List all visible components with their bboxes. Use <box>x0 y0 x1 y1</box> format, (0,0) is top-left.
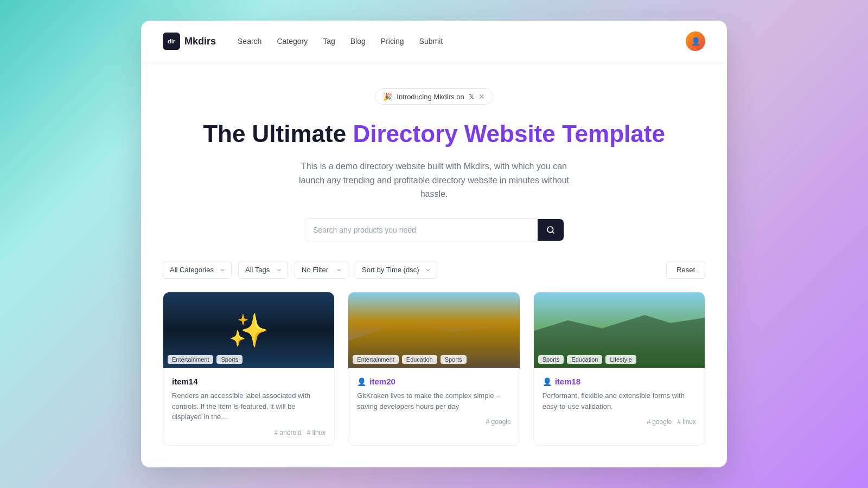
card-item18[interactable]: Sports Education Lifestyle 👤 item18 Perf… <box>533 292 705 446</box>
card-body-item14: item14 Renders an accessible label assoc… <box>163 368 334 445</box>
hero-subtitle: This is a demo directory website built w… <box>293 159 575 201</box>
card-hashtags-item18: google linux <box>542 418 696 426</box>
sort-select[interactable]: Sort by Time (dsc) Sort by Time (asc) So… <box>355 261 437 279</box>
main-container: dir Mkdirs Search Category Tag Blog Pric… <box>141 21 727 467</box>
card-tags-item14: Entertainment Sports <box>168 355 242 364</box>
tags-select[interactable]: All Tags android linux google <box>238 261 288 279</box>
hashtag-linux: linux <box>307 429 326 436</box>
nav-links: Search Category Tag Blog Pricing Submit <box>238 37 686 46</box>
card-tags-item18: Sports Education Lifestyle <box>538 355 636 364</box>
badge-text: Introducing Mkdirs on <box>397 93 464 101</box>
card-title-item18: 👤 item18 <box>542 377 696 386</box>
card-desc-item20: GitKraken lives to make the complex simp… <box>357 390 510 412</box>
filter-select[interactable]: No Filter Featured New <box>295 261 348 279</box>
card-item14[interactable]: Entertainment Sports item14 Renders an a… <box>163 292 335 446</box>
logo-icon: dir <box>163 33 180 50</box>
card-body-item20: 👤 item20 GitKraken lives to make the com… <box>348 368 519 434</box>
hashtag-google-1: google <box>486 418 511 426</box>
tag-sports-2: Sports <box>441 355 467 364</box>
filters-bar: All Categories Entertainment Sports Educ… <box>141 261 727 292</box>
card-item20[interactable]: Entertainment Education Sports 👤 item20 … <box>348 292 520 446</box>
card-desc-item14: Renders an accessible label associated w… <box>172 390 326 422</box>
tag-education-2: Education <box>567 355 602 364</box>
tag-lifestyle: Lifestyle <box>605 355 636 364</box>
sparkle-icon: 🎉 <box>383 92 392 101</box>
avatar[interactable]: 👤 <box>686 31 705 51</box>
tag-sports-3: Sports <box>538 355 564 364</box>
tag-entertainment: Entertainment <box>168 355 213 364</box>
hero-title-part2: Directory Website Template <box>353 120 665 147</box>
card-hashtags-item14: android linux <box>172 429 326 436</box>
nav-search[interactable]: Search <box>238 37 261 46</box>
announce-badge[interactable]: 🎉 Introducing Mkdirs on 𝕏 ✕ <box>375 88 493 105</box>
logo-text: Mkdirs <box>184 36 216 47</box>
card-desc-item18: Performant, flexible and extensible form… <box>542 390 696 412</box>
user-icon-item20: 👤 <box>357 377 366 386</box>
hero-title: The Ultimate Directory Website Template <box>163 120 705 149</box>
nav-tag[interactable]: Tag <box>323 37 335 46</box>
user-icon-item18: 👤 <box>542 377 552 386</box>
nav-blog[interactable]: Blog <box>350 37 366 46</box>
card-image-item18: Sports Education Lifestyle <box>534 292 705 368</box>
search-input[interactable] <box>304 219 538 241</box>
hashtag-linux-2: linux <box>677 418 696 426</box>
card-tags-item20: Entertainment Education Sports <box>353 355 466 364</box>
card-title-text-item18: item18 <box>555 377 581 386</box>
cards-grid: Entertainment Sports item14 Renders an a… <box>141 292 727 467</box>
card-title-text-item20: item20 <box>369 377 395 386</box>
nav-submit[interactable]: Submit <box>419 37 443 46</box>
hashtag-google-2: google <box>647 418 672 426</box>
card-image-item14: Entertainment Sports <box>163 292 334 368</box>
nav-category[interactable]: Category <box>277 37 308 46</box>
badge-platform: 𝕏 <box>469 93 474 101</box>
card-title-text-item14: item14 <box>172 377 198 386</box>
card-title-item14: item14 <box>172 377 326 386</box>
close-badge-button[interactable]: ✕ <box>478 92 485 101</box>
card-image-item20: Entertainment Education Sports <box>348 292 519 368</box>
hero-section: 🎉 Introducing Mkdirs on 𝕏 ✕ The Ultimate… <box>141 62 727 261</box>
hero-title-part1: The Ultimate <box>203 120 353 147</box>
logo[interactable]: dir Mkdirs <box>163 33 216 50</box>
tag-sports: Sports <box>216 355 242 364</box>
avatar-initials: 👤 <box>691 37 700 46</box>
tag-education: Education <box>402 355 437 364</box>
card-hashtags-item20: google <box>357 418 510 426</box>
search-button[interactable] <box>538 219 564 241</box>
card-title-item20: 👤 item20 <box>357 377 510 386</box>
categories-select[interactable]: All Categories Entertainment Sports Educ… <box>163 261 232 279</box>
navbar: dir Mkdirs Search Category Tag Blog Pric… <box>141 21 727 62</box>
tag-entertainment-2: Entertainment <box>353 355 398 364</box>
search-icon <box>546 226 555 234</box>
card-body-item18: 👤 item18 Performant, flexible and extens… <box>534 368 705 434</box>
reset-button[interactable]: Reset <box>666 261 705 279</box>
hashtag-android: android <box>275 429 302 436</box>
search-bar <box>304 219 564 241</box>
nav-pricing[interactable]: Pricing <box>381 37 404 46</box>
